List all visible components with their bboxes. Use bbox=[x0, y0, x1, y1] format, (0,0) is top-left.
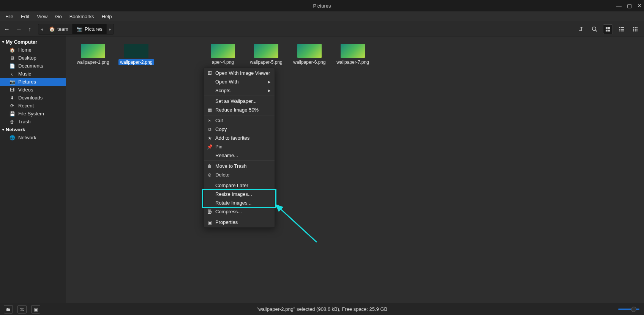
file-thumbnail bbox=[211, 44, 235, 58]
file-pane[interactable]: wallpaper-1.pngwallpaper-2.pngaper-4.png… bbox=[66, 36, 644, 303]
delete-icon: ⊘ bbox=[207, 172, 212, 178]
crumb-current[interactable]: 📷 Pictures bbox=[73, 24, 107, 34]
svg-rect-10 bbox=[619, 30, 620, 31]
minimize-button[interactable]: — bbox=[616, 3, 622, 9]
ctx-rotate-images[interactable]: •Rotate Images... bbox=[204, 198, 275, 207]
compact-view-button[interactable] bbox=[630, 24, 640, 34]
sidebar-item-network[interactable]: 🌐Network bbox=[0, 134, 66, 142]
svg-rect-2 bbox=[606, 27, 608, 29]
menu-edit[interactable]: Edit bbox=[18, 13, 32, 20]
ctx-item-label: Properties bbox=[215, 219, 238, 225]
search-button[interactable] bbox=[589, 24, 599, 34]
sidebar-item-desktop[interactable]: 🖥Desktop bbox=[0, 54, 66, 62]
file-name: wallpaper-1.png bbox=[75, 59, 110, 65]
statusbar: 🖿 ⇆ ▣ "wallpaper-2.png" selected (908.6 … bbox=[0, 303, 644, 315]
star-icon: ★ bbox=[207, 135, 212, 141]
back-button[interactable]: ← bbox=[4, 26, 10, 33]
ctx-reduce-image-50[interactable]: ▦Reduce Image 50% bbox=[204, 106, 275, 114]
file-thumbnail bbox=[254, 44, 278, 58]
svg-point-19 bbox=[636, 28, 638, 30]
close-sidebar-button[interactable]: ▣ bbox=[31, 305, 40, 313]
sidebar-item-home[interactable]: 🏠Home bbox=[0, 46, 66, 54]
ctx-properties[interactable]: ▣Properties bbox=[204, 218, 275, 227]
ctx-rename[interactable]: •Rename... bbox=[204, 151, 275, 160]
svg-point-15 bbox=[635, 27, 636, 28]
svg-line-1 bbox=[595, 30, 597, 32]
zoom-slider[interactable] bbox=[618, 309, 639, 310]
sidebar-item-videos[interactable]: 🎞Videos bbox=[0, 86, 66, 94]
menu-go[interactable]: Go bbox=[52, 13, 65, 20]
titlebar: Pictures — ▢ ✕ bbox=[0, 0, 644, 11]
ctx-item-label: Pin bbox=[215, 144, 223, 150]
home-icon: 🏠 bbox=[9, 47, 15, 53]
sidebar-item-music[interactable]: ♫Music bbox=[0, 70, 66, 78]
svg-rect-6 bbox=[619, 27, 620, 28]
docs-icon: 📄 bbox=[9, 63, 15, 69]
sidebar-item-downloads[interactable]: ⬇Downloads bbox=[0, 94, 66, 102]
file-item[interactable]: aper-4.png bbox=[201, 44, 245, 65]
ctx-item-label: Move to Trash bbox=[215, 163, 246, 169]
trash-icon: 🗑 bbox=[9, 119, 15, 124]
ctx-set-as-wallpaper[interactable]: •Set as Wallpaper... bbox=[204, 97, 275, 106]
svg-rect-8 bbox=[619, 29, 620, 30]
ctx-resize-images[interactable]: •Resize Images... bbox=[204, 190, 275, 198]
file-item[interactable]: wallpaper-1.png bbox=[71, 44, 115, 65]
toggle-location-button[interactable]: ⇵ bbox=[576, 24, 586, 34]
pin-icon: 📌 bbox=[207, 144, 212, 150]
ctx-compress[interactable]: 🗜Compress... bbox=[204, 207, 275, 216]
ctx-compare-later[interactable]: •Compare Later bbox=[204, 181, 275, 190]
chevron-down-icon: ▾ bbox=[2, 128, 4, 132]
ctx-item-label: Open With Image Viewer bbox=[215, 70, 270, 76]
crumb-back-icon[interactable]: ◂ bbox=[38, 27, 45, 32]
forward-button[interactable]: → bbox=[16, 26, 22, 33]
icon-view-button[interactable] bbox=[603, 24, 613, 34]
show-treeview-button[interactable]: ⇆ bbox=[17, 305, 27, 313]
ctx-copy[interactable]: ⧉Copy bbox=[204, 125, 275, 134]
file-item[interactable]: wallpaper-7.png bbox=[331, 44, 374, 65]
up-button[interactable]: ↑ bbox=[28, 26, 31, 33]
statusbar-left: 🖿 ⇆ ▣ bbox=[4, 305, 40, 313]
ctx-open-with[interactable]: •Open With▶ bbox=[204, 77, 275, 86]
sidebar-item-pictures[interactable]: 📷Pictures bbox=[0, 78, 66, 86]
sidebar-item-trash[interactable]: 🗑Trash bbox=[0, 118, 66, 126]
camera-icon: 📷 bbox=[9, 79, 15, 85]
ctx-cut[interactable]: ✂Cut bbox=[204, 116, 275, 125]
crumb-parent[interactable]: 🏠 team bbox=[45, 24, 73, 34]
maximize-button[interactable]: ▢ bbox=[627, 3, 632, 9]
sidebar-item-label: Desktop bbox=[18, 55, 36, 61]
ctx-move-to-trash[interactable]: 🗑Move to Trash bbox=[204, 162, 275, 170]
window-title: Pictures bbox=[0, 3, 644, 9]
sidebar-item-recent[interactable]: ⟳Recent bbox=[0, 102, 66, 110]
menu-view[interactable]: View bbox=[34, 13, 51, 20]
ctx-item-label: Rotate Images... bbox=[215, 200, 251, 206]
ctx-item-label: Copy bbox=[215, 126, 227, 132]
ctx-delete[interactable]: ⊘Delete bbox=[204, 170, 275, 179]
crumb-forward-icon[interactable]: ▸ bbox=[107, 27, 114, 32]
close-button[interactable]: ✕ bbox=[637, 3, 642, 9]
disk-icon: 💾 bbox=[9, 111, 15, 117]
trash-icon: 🗑 bbox=[207, 164, 212, 169]
menu-file[interactable]: File bbox=[2, 13, 16, 20]
menu-bookmarks[interactable]: Bookmarks bbox=[66, 13, 97, 20]
sidebar-item-documents[interactable]: 📄Documents bbox=[0, 62, 66, 70]
app-red-icon: 🖼 bbox=[207, 71, 212, 76]
list-view-button[interactable] bbox=[617, 24, 627, 34]
file-thumbnail bbox=[81, 44, 105, 58]
file-item[interactable]: wallpaper-6.png bbox=[288, 44, 331, 65]
chevron-right-icon: ▶ bbox=[268, 80, 271, 84]
ctx-scripts[interactable]: •Scripts▶ bbox=[204, 86, 275, 95]
sidebar-heading-network[interactable]: ▾ Network bbox=[0, 126, 66, 134]
file-item[interactable]: wallpaper-5.png bbox=[245, 44, 288, 65]
sidebar-item-label: Home bbox=[18, 47, 32, 53]
ctx-add-to-favorites[interactable]: ★Add to favorites bbox=[204, 134, 275, 142]
ctx-open-with-image-viewer[interactable]: 🖼Open With Image Viewer bbox=[204, 69, 275, 77]
svg-point-17 bbox=[635, 30, 636, 32]
sidebar-heading-computer[interactable]: ▾ My Computer bbox=[0, 38, 66, 46]
show-places-button[interactable]: 🖿 bbox=[4, 305, 13, 313]
sidebar-item-file-system[interactable]: 💾File System bbox=[0, 110, 66, 118]
menu-help[interactable]: Help bbox=[99, 13, 115, 20]
grid-icon: ▦ bbox=[207, 107, 212, 113]
annotation-arrow bbox=[275, 204, 320, 246]
ctx-pin[interactable]: 📌Pin bbox=[204, 142, 275, 151]
file-item[interactable]: wallpaper-2.png bbox=[115, 44, 158, 65]
